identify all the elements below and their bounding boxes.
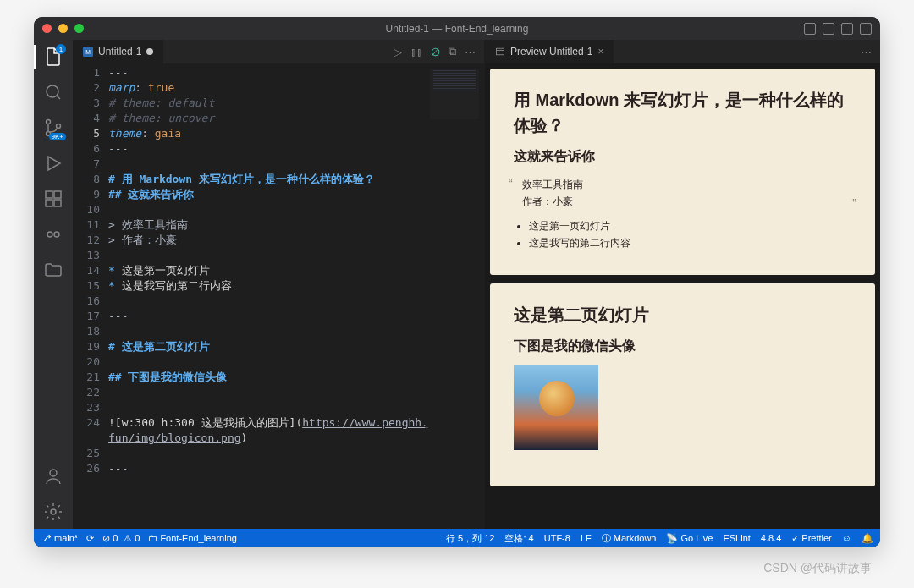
vscode-window: Untitled-1 — Font-End_learning 1 9K+ xyxy=(34,17,880,547)
titlebar: Untitled-1 — Font-End_learning xyxy=(34,17,880,40)
slide2-image xyxy=(514,365,598,450)
check-icon: ✓ xyxy=(791,533,799,544)
account-icon[interactable] xyxy=(43,466,63,486)
preview-body[interactable]: 用 Markdown 来写幻灯片，是一种什么样的体验？ 这就来告诉你 效率工具指… xyxy=(485,63,880,529)
preview-tab-label: Preview Untitled-1 xyxy=(510,46,592,58)
slide2-title: 这是第二页幻灯片 xyxy=(514,302,851,327)
files-badge: 1 xyxy=(56,44,66,54)
layout-controls xyxy=(804,23,872,35)
svg-point-1 xyxy=(47,120,51,124)
extensions-icon[interactable] xyxy=(43,189,63,209)
slide2-subtitle: 下图是我的微信头像 xyxy=(514,338,851,355)
preview-icon xyxy=(495,47,505,57)
minimap[interactable] xyxy=(425,63,484,529)
markdown-file-icon: M xyxy=(83,47,93,57)
slide-2: 这是第二页幻灯片 下图是我的微信头像 xyxy=(490,283,875,486)
slide1-subtitle: 这就来告诉你 xyxy=(514,148,851,166)
eslint-status[interactable]: ESLint xyxy=(723,533,750,543)
tab-label: Untitled-1 xyxy=(98,46,141,58)
list-item: 这是第一页幻灯片 xyxy=(529,219,851,234)
svg-point-11 xyxy=(51,509,56,514)
editor-group: M Untitled-1 ▷ ⫿⫿ ∅ ⧉ ⋯ 1234567891011121… xyxy=(73,40,484,529)
slide1-list: 这是第一页幻灯片 这是我写的第二行内容 xyxy=(514,219,851,250)
panel-right-icon[interactable] xyxy=(841,23,853,35)
close-icon[interactable] xyxy=(42,24,52,33)
sync-button[interactable]: ⟳ xyxy=(86,533,94,544)
explorer-icon[interactable]: 1 xyxy=(43,47,63,67)
indent-status[interactable]: 空格: 4 xyxy=(504,532,533,545)
prettier-status[interactable]: ✓Prettier xyxy=(791,533,831,544)
scm-badge: 9K+ xyxy=(49,133,66,140)
remote-icon[interactable] xyxy=(43,224,63,245)
editor-tab[interactable]: M Untitled-1 xyxy=(73,40,164,63)
diff-icon[interactable]: ⧉ xyxy=(449,45,456,58)
folder-small-icon: 🗀 xyxy=(148,533,157,543)
search-icon[interactable] xyxy=(43,82,63,102)
svg-text:M: M xyxy=(85,49,91,55)
minimize-icon[interactable] xyxy=(58,24,68,33)
svg-point-3 xyxy=(57,124,61,129)
preview-pane: Preview Untitled-1 × ⋯ 用 Markdown 来写幻灯片，… xyxy=(484,40,880,529)
svg-rect-4 xyxy=(46,191,52,198)
svg-point-0 xyxy=(47,85,58,97)
window-body: 1 9K+ xyxy=(34,40,880,529)
watermark: CSDN @代码讲故事 xyxy=(763,561,872,576)
slide1-quote: 效率工具指南 作者：小豪 xyxy=(514,176,851,211)
problems-errors[interactable]: ⊘0⚠0 xyxy=(102,533,140,544)
maximize-icon[interactable] xyxy=(74,24,84,33)
lang-icon: ⓘ xyxy=(602,532,611,545)
cursor-position[interactable]: 行 5，列 12 xyxy=(446,532,494,545)
preview-tabbar: Preview Untitled-1 × ⋯ xyxy=(485,40,880,63)
eol-status[interactable]: LF xyxy=(581,533,592,543)
activity-bar: 1 9K+ xyxy=(34,40,73,529)
svg-rect-7 xyxy=(54,191,61,198)
status-bar: ⎇main* ⟳ ⊘0⚠0 🗀Font-End_learning 行 5，列 1… xyxy=(34,529,880,547)
settings-icon[interactable] xyxy=(43,502,63,522)
line-numbers: 123456789101112131415161718192021222324 … xyxy=(73,63,108,529)
broadcast-icon: 📡 xyxy=(666,533,678,544)
marp-toggle-icon[interactable]: ∅ xyxy=(431,46,440,58)
svg-rect-14 xyxy=(497,48,504,55)
preview-tab[interactable]: Preview Untitled-1 × xyxy=(485,40,614,63)
git-branch[interactable]: ⎇main* xyxy=(41,533,78,544)
bell-icon[interactable]: 🔔 xyxy=(862,533,873,544)
layout-icon[interactable] xyxy=(860,23,872,35)
editor-area[interactable]: 123456789101112131415161718192021222324 … xyxy=(73,63,484,529)
dirty-indicator-icon xyxy=(146,48,153,55)
preview-more-icon[interactable]: ⋯ xyxy=(861,46,872,58)
split-icon[interactable]: ⫿⫿ xyxy=(410,46,422,58)
error-icon: ⊘ xyxy=(102,533,110,544)
svg-rect-6 xyxy=(54,200,61,206)
version-status[interactable]: 4.8.4 xyxy=(761,533,781,543)
slide-1: 用 Markdown 来写幻灯片，是一种什么样的体验？ 这就来告诉你 效率工具指… xyxy=(490,69,875,275)
editor-tab-actions: ▷ ⫿⫿ ∅ ⧉ ⋯ xyxy=(385,40,484,63)
language-status[interactable]: ⓘMarkdown xyxy=(602,532,657,545)
svg-point-8 xyxy=(47,232,52,237)
encoding-status[interactable]: UTF-8 xyxy=(544,533,570,543)
window-title: Untitled-1 — Font-End_learning xyxy=(386,23,529,35)
go-live-button[interactable]: 📡Go Live xyxy=(666,533,713,544)
traffic-lights xyxy=(42,24,84,33)
folder-icon[interactable] xyxy=(43,260,63,280)
list-item: 这是我写的第二行内容 xyxy=(529,236,851,250)
branch-icon: ⎇ xyxy=(41,533,52,544)
panel-left-icon[interactable] xyxy=(804,23,816,35)
warning-icon: ⚠ xyxy=(124,533,132,544)
svg-rect-5 xyxy=(46,200,52,206)
folder-status[interactable]: 🗀Font-End_learning xyxy=(148,533,237,543)
slide1-title: 用 Markdown 来写幻灯片，是一种什么样的体验？ xyxy=(514,87,851,138)
svg-point-10 xyxy=(50,470,57,476)
source-control-icon[interactable]: 9K+ xyxy=(43,118,63,138)
run-icon[interactable] xyxy=(43,153,63,173)
run-file-icon[interactable]: ▷ xyxy=(394,46,402,58)
sync-icon: ⟳ xyxy=(86,533,94,544)
feedback-icon[interactable]: ☺ xyxy=(842,533,851,543)
close-tab-icon[interactable]: × xyxy=(597,46,603,58)
svg-point-9 xyxy=(54,232,59,237)
panel-bottom-icon[interactable] xyxy=(823,23,834,35)
editor-tabbar: M Untitled-1 ▷ ⫿⫿ ∅ ⧉ ⋯ xyxy=(73,40,484,63)
more-icon[interactable]: ⋯ xyxy=(465,46,476,58)
